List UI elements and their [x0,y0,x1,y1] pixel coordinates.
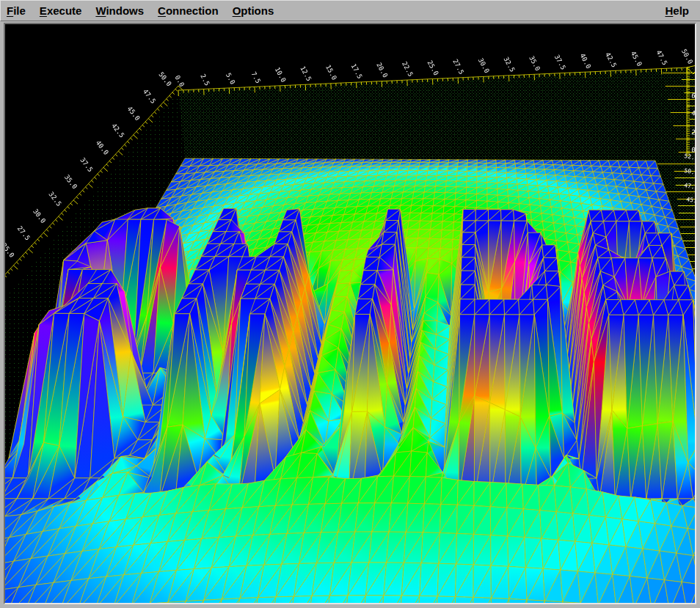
menu-item-options[interactable]: Options [229,3,278,18]
menu-item-help[interactable]: Help [661,3,693,18]
menu-item-file[interactable]: File [3,3,29,18]
plot-area [4,23,696,604]
menu-item-windows[interactable]: Windows [92,3,147,18]
application-window: { "menu_bar": { "background": "#b4b4b4",… [0,0,700,608]
surface-plot-canvas[interactable] [5,24,695,603]
menu-item-connection[interactable]: Connection [154,3,222,18]
menu-bar: FileExecuteWindowsConnectionOptionsHelp [0,0,700,21]
menu-item-execute[interactable]: Execute [36,3,86,18]
